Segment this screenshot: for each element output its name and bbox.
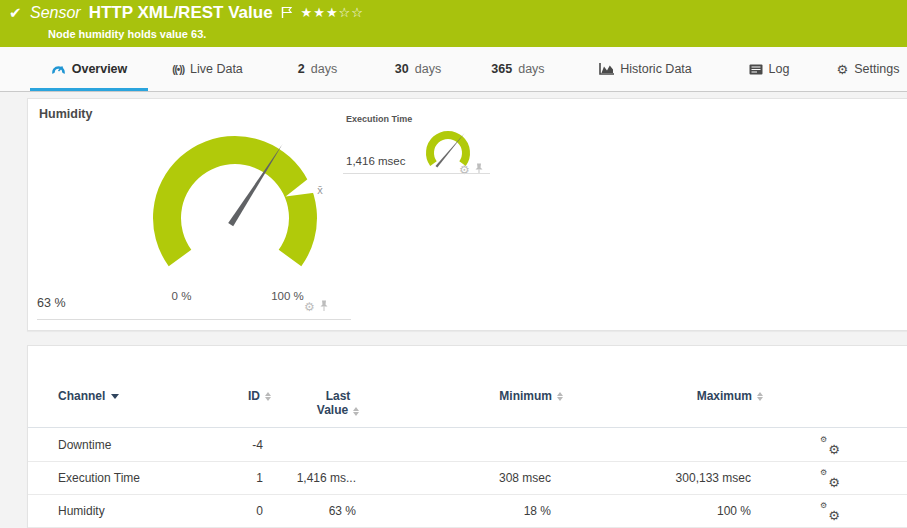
tab-label: Live Data xyxy=(190,62,243,76)
column-header-id[interactable]: ID xyxy=(178,389,271,403)
tab-settings[interactable]: ⚙ Settings xyxy=(830,47,906,91)
column-label: Minimum xyxy=(499,389,552,403)
execution-time-gauge-tools: ⚙ xyxy=(459,161,484,179)
gauge-max-label: 100 % xyxy=(271,290,304,302)
channel-name[interactable]: Humidity xyxy=(58,495,105,528)
average-marker-label: x̄ xyxy=(317,184,323,196)
gauges-panel: Humidity 0 % 100 % x̄ 63 % ⚙ xyxy=(27,98,907,331)
execution-time-divider xyxy=(343,173,490,174)
tab-label: Settings xyxy=(854,62,899,76)
sort-icon xyxy=(265,389,271,401)
channel-maximum xyxy=(648,429,751,462)
tab-unit: days xyxy=(415,62,441,76)
tab-live-data[interactable]: ((•)) Live Data xyxy=(160,47,255,91)
status-check-icon: ✔ xyxy=(9,4,22,22)
column-label: ID xyxy=(248,389,260,403)
tab-label: Log xyxy=(769,62,790,76)
humidity-gauge: 0 % 100 % x̄ xyxy=(135,113,335,313)
column-header-last-value[interactable]: Last Value xyxy=(293,389,383,417)
tab-label: Overview xyxy=(72,62,128,76)
humidity-divider xyxy=(37,319,351,320)
tab-number: 365 xyxy=(491,62,512,76)
column-label: Last xyxy=(326,389,351,403)
tab-label: Historic Data xyxy=(620,62,692,76)
table-row[interactable]: Downtime -4 ⚙⚙ xyxy=(28,429,907,462)
channel-last-value: 1,416 ms... xyxy=(268,462,356,495)
column-label: Channel xyxy=(58,389,105,403)
tab-bar: Overview ((•)) Live Data 2 days 30 days … xyxy=(0,47,907,92)
area-chart-icon xyxy=(599,63,614,75)
list-icon xyxy=(749,64,763,75)
channel-last-value xyxy=(268,429,356,462)
table-row[interactable]: Execution Time 1 1,416 ms... 308 msec 30… xyxy=(28,462,907,495)
table-row[interactable]: Humidity 0 63 % 18 % 100 % ⚙⚙ xyxy=(28,495,907,528)
tab-number: 2 xyxy=(298,62,305,76)
execution-time-gauge-title: Execution Time xyxy=(346,114,412,124)
column-header-channel[interactable]: Channel xyxy=(58,389,119,403)
channel-minimum: 308 msec xyxy=(448,462,551,495)
channel-maximum: 100 % xyxy=(648,495,751,528)
column-header-maximum[interactable]: Maximum xyxy=(648,389,763,403)
tab-historic-data[interactable]: Historic Data xyxy=(588,47,703,91)
gear-icon[interactable]: ⚙ xyxy=(459,163,470,177)
channel-last-value: 63 % xyxy=(268,495,356,528)
gear-icon[interactable]: ⚙ xyxy=(304,300,315,314)
gear-icon: ⚙ xyxy=(837,62,849,77)
tab-unit: days xyxy=(311,62,337,76)
channel-maximum: 300,133 msec xyxy=(648,462,751,495)
tab-number: 30 xyxy=(395,62,409,76)
sort-icon xyxy=(757,389,763,401)
sort-icon xyxy=(353,404,359,416)
sensor-header: ✔ Sensor HTTP XML/REST Value ★★★☆☆ Node … xyxy=(0,0,907,47)
priority-stars[interactable]: ★★★☆☆ xyxy=(301,3,364,20)
gauge-min-label: 0 % xyxy=(172,290,192,302)
channel-minimum: 18 % xyxy=(448,495,551,528)
tab-log[interactable]: Log xyxy=(740,47,798,91)
content-area: Humidity 0 % 100 % x̄ 63 % ⚙ xyxy=(0,92,907,528)
channel-settings-icon[interactable]: ⚙⚙ xyxy=(820,502,840,522)
table-header: Channel ID Last Value Minimum xyxy=(28,382,907,428)
humidity-gauge-tools: ⚙ xyxy=(304,298,329,316)
channel-name[interactable]: Execution Time xyxy=(58,462,140,495)
channel-id: 0 xyxy=(178,495,263,528)
sensor-status-message: Node humidity holds value 63. xyxy=(48,28,206,40)
tab-365-days[interactable]: 365 days xyxy=(482,47,554,91)
execution-time-current-value: 1,416 msec xyxy=(346,155,405,167)
channel-id: 1 xyxy=(178,462,263,495)
channel-minimum xyxy=(448,429,551,462)
channel-settings-icon[interactable]: ⚙⚙ xyxy=(820,436,840,456)
tab-unit: days xyxy=(518,62,544,76)
channel-name[interactable]: Downtime xyxy=(58,429,111,462)
channel-settings-icon[interactable]: ⚙⚙ xyxy=(820,469,840,489)
pin-icon[interactable] xyxy=(474,161,484,179)
object-kind-label: Sensor xyxy=(30,3,81,22)
column-label: Value xyxy=(317,403,348,417)
humidity-current-value: 63 % xyxy=(37,296,66,310)
prtg-sensor-page: ✔ Sensor HTTP XML/REST Value ★★★☆☆ Node … xyxy=(0,0,907,528)
pin-icon[interactable] xyxy=(319,298,329,316)
column-label: Maximum xyxy=(697,389,752,403)
column-header-minimum[interactable]: Minimum xyxy=(448,389,563,403)
tab-2-days[interactable]: 2 days xyxy=(280,47,355,91)
sort-desc-icon xyxy=(111,394,119,399)
gauge-icon xyxy=(51,63,66,76)
channel-id: -4 xyxy=(178,429,263,462)
title-row: Sensor HTTP XML/REST Value ★★★☆☆ xyxy=(30,3,364,23)
tab-30-days[interactable]: 30 days xyxy=(383,47,453,91)
page-title: HTTP XML/REST Value xyxy=(89,3,273,23)
sort-icon xyxy=(557,389,563,401)
radio-waves-icon: ((•)) xyxy=(172,64,184,75)
humidity-gauge-title: Humidity xyxy=(39,107,92,121)
channels-panel: Channel ID Last Value Minimum xyxy=(27,345,907,528)
tab-overview[interactable]: Overview xyxy=(30,47,148,91)
priority-flag-icon[interactable] xyxy=(281,3,293,23)
